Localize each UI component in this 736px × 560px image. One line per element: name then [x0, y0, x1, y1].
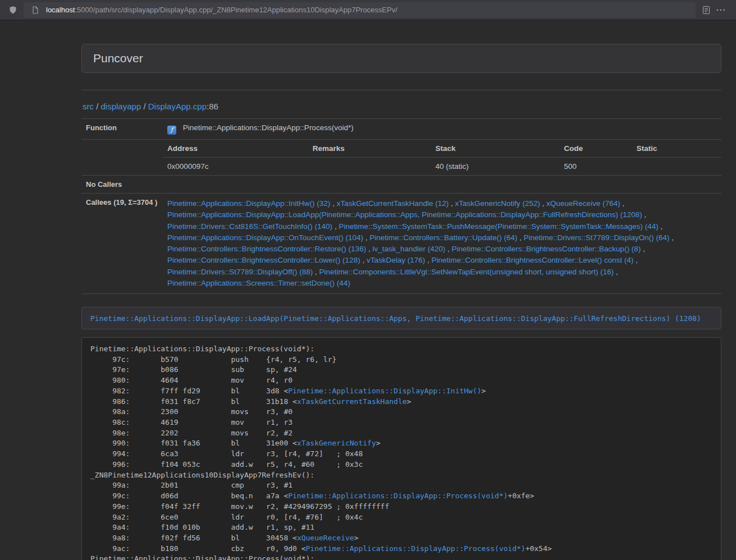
callee-link[interactable]: Pinetime::Drivers::St7789::DisplayOff() … — [167, 268, 313, 276]
callee-link[interactable]: Pinetime::Applications::DisplayApp::Init… — [167, 199, 330, 208]
callee-link[interactable]: lv_task_handler (420) — [372, 245, 445, 253]
static-value — [632, 158, 721, 176]
col-address: Address — [163, 140, 308, 158]
col-remarks: Remarks — [308, 140, 431, 158]
breadcrumb-link[interactable]: src — [83, 102, 94, 111]
callee-link[interactable]: Pinetime::Controllers::Battery::Update()… — [369, 233, 517, 242]
metrics-row-label — [81, 140, 163, 176]
browser-toolbar: localhost:5000/path/src/displayapp/Displ… — [0, 0, 736, 20]
symbol-link[interactable]: Pinetime::Applications::DisplayApp::Proc… — [306, 544, 525, 553]
symbol-link[interactable]: xTaskGetCurrentTaskHandle — [297, 397, 407, 406]
remarks-value — [308, 158, 431, 176]
breadcrumb-link[interactable]: DisplayApp.cpp — [148, 102, 207, 111]
callee-separator: , — [659, 222, 663, 231]
callee-link[interactable]: Pinetime::Components::LittleVgl::SetNewT… — [319, 268, 614, 276]
overflow-menu-icon[interactable]: ⋯ — [712, 0, 729, 20]
callee-link[interactable]: xTaskGenericNotify (252) — [455, 199, 541, 208]
metrics-table: Address Remarks Stack Code Static 0x0000… — [163, 140, 721, 175]
breadcrumb-separator: / — [141, 102, 148, 111]
function-name: Pinetime::Applications::DisplayApp::Proc… — [183, 123, 354, 132]
app-title: Puncover — [93, 52, 710, 65]
callee-link[interactable]: Pinetime::Drivers::St7789::DisplayOn() (… — [524, 233, 670, 242]
callee-link[interactable]: Pinetime::Applications::DisplayApp::Load… — [167, 210, 642, 219]
callee-separator: , — [425, 256, 431, 264]
callees-list: Pinetime::Applications::DisplayApp::Init… — [163, 194, 721, 294]
callee-separator: , — [620, 199, 625, 208]
callee-panel-title[interactable]: Pinetime::Applications::DisplayApp::Load… — [90, 314, 701, 323]
callee-separator: , — [366, 245, 372, 253]
callees-label: Callees (19, Σ=3704 ) — [81, 194, 163, 294]
url-host: localhost — [46, 6, 75, 14]
callee-link[interactable]: Pinetime::Controllers::BrightnessControl… — [452, 245, 641, 253]
callee-separator: , — [332, 222, 339, 231]
callee-link[interactable]: xTaskGetCurrentTaskHandle (12) — [337, 199, 449, 208]
function-cell: ƒ Pinetime::Applications::DisplayApp::Pr… — [163, 119, 721, 140]
callee-separator: , — [363, 233, 369, 242]
callee-separator: , — [330, 199, 336, 208]
callee-separator: , — [360, 256, 367, 264]
symbol-link[interactable]: Pinetime::Applications::DisplayApp::Init… — [288, 387, 481, 395]
symbol-link[interactable]: xQueueReceive — [297, 534, 354, 542]
code-value: 500 — [559, 158, 632, 176]
callee-link[interactable]: Pinetime::Controllers::BrightnessControl… — [431, 256, 633, 264]
callee-separator: , — [518, 233, 524, 242]
callee-separator: , — [313, 268, 319, 276]
callee-separator: , — [642, 210, 647, 219]
table-row-callers: No Callers — [81, 176, 721, 194]
url-text: localhost:5000/path/src/displayapp/Displ… — [46, 6, 397, 14]
callee-link[interactable]: Pinetime::Controllers::BrightnessControl… — [167, 256, 360, 264]
callee-link[interactable]: Pinetime::Applications::Screens::Timer::… — [167, 279, 350, 287]
callee-link[interactable]: vTaskDelay (176) — [367, 256, 425, 264]
table-row-function: Function ƒ Pinetime::Applications::Displ… — [81, 119, 721, 140]
metrics-cell: Address Remarks Stack Code Static 0x0000… — [163, 140, 721, 176]
breadcrumb-link[interactable]: displayapp — [101, 102, 141, 111]
metrics-header-row: Address Remarks Stack Code Static — [163, 140, 721, 158]
symbol-link[interactable]: Pinetime::Applications::DisplayApp::Proc… — [288, 492, 508, 500]
url-path: :5000/path/src/displayapp/DisplayApp.cpp… — [75, 6, 397, 14]
page-info-icon[interactable] — [29, 4, 42, 16]
callee-separator: , — [614, 268, 618, 276]
reader-view-icon[interactable] — [700, 4, 712, 16]
callee-separator: , — [634, 256, 638, 264]
symbol-table: Function ƒ Pinetime::Applications::Displ… — [81, 118, 721, 294]
callee-separator: , — [641, 245, 645, 253]
callee-link[interactable]: xQueueReceive (764) — [546, 199, 620, 208]
callee-link[interactable]: Pinetime::Drivers::Cst816S::GetTouchInfo… — [167, 222, 332, 231]
breadcrumb-separator: / — [94, 102, 101, 111]
callee-separator: , — [449, 199, 455, 208]
callee-separator: , — [445, 245, 451, 253]
divider — [81, 90, 721, 90]
no-callers-label: No Callers — [81, 176, 163, 194]
address-value: 0x0000097c — [163, 158, 308, 176]
metrics-value-row: 0x0000097c 40 (static) 500 — [163, 158, 721, 176]
callee-separator: , — [669, 233, 674, 242]
symbol-link[interactable]: xTaskGenericNotify — [297, 439, 376, 447]
breadcrumb-line-number: :86 — [207, 102, 218, 111]
callee-panel: Pinetime::Applications::DisplayApp::Load… — [81, 307, 721, 329]
function-row-label: Function — [81, 119, 163, 140]
callee-separator: , — [540, 199, 546, 208]
main-content: Puncover src / displayapp / DisplayApp.c… — [81, 20, 721, 560]
col-stack: Stack — [431, 140, 560, 158]
function-type-icon: ƒ — [167, 126, 176, 135]
callee-link[interactable]: Pinetime::Controllers::BrightnessControl… — [167, 245, 366, 253]
table-row-metrics: Address Remarks Stack Code Static 0x0000… — [81, 140, 721, 176]
table-row-callees: Callees (19, Σ=3704 ) Pinetime::Applicat… — [81, 194, 721, 294]
url-bar[interactable]: localhost:5000/path/src/displayapp/Displ… — [24, 2, 696, 18]
shield-icon[interactable] — [7, 4, 19, 16]
callee-link[interactable]: Pinetime::System::SystemTask::PushMessag… — [339, 222, 658, 231]
stack-value: 40 (static) — [431, 158, 560, 176]
app-title-panel: Puncover — [81, 44, 721, 73]
col-static: Static — [632, 140, 721, 158]
callers-cell — [163, 176, 721, 194]
breadcrumb: src / displayapp / DisplayApp.cpp:86 — [83, 102, 721, 111]
col-code: Code — [559, 140, 632, 158]
disassembly: Pinetime::Applications::DisplayApp::Proc… — [81, 337, 721, 560]
callee-link[interactable]: Pinetime::Applications::DisplayApp::OnTo… — [167, 233, 363, 242]
